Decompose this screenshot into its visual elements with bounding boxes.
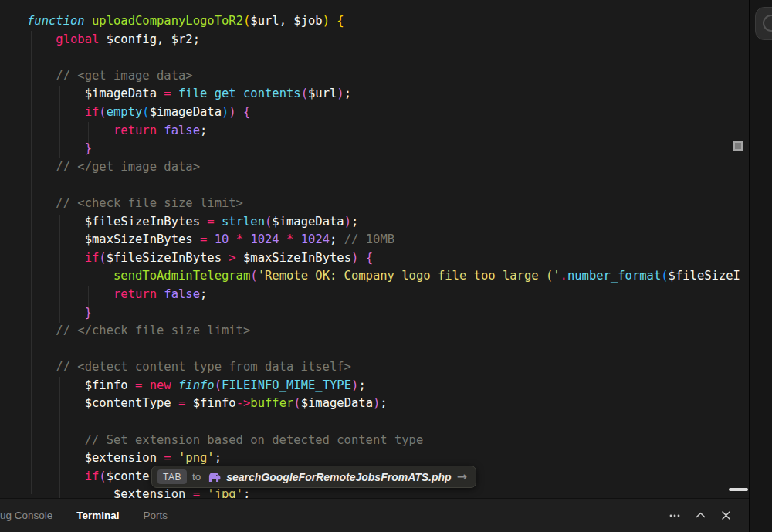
code-token: , — [157, 32, 171, 46]
code-token — [27, 251, 85, 265]
code-token — [171, 86, 178, 100]
tab-jump-hint[interactable]: TAB to searchGoogleForRemoteJobsFromATS.… — [151, 466, 476, 488]
code-area[interactable]: function uploadCompanyLogoToR2($url, $jo… — [0, 12, 749, 498]
more-actions-icon[interactable] — [669, 510, 681, 522]
code-token — [99, 32, 106, 46]
code-token — [229, 232, 235, 246]
code-token: $contentType — [85, 396, 171, 410]
code-line: return false; — [0, 122, 749, 141]
code-token — [27, 196, 56, 210]
code-token: finfo — [178, 378, 215, 392]
panel-tab-ug-console[interactable]: ug Console — [0, 510, 52, 521]
code-token: $url — [308, 86, 337, 100]
code-token: ) — [229, 105, 235, 119]
code-token — [358, 251, 365, 265]
code-token — [171, 451, 178, 465]
code-token — [27, 232, 85, 246]
code-token — [27, 451, 85, 465]
hint-target-file: searchGoogleForRemoteJobsFromATS.php — [226, 471, 451, 483]
code-token: $extension — [113, 487, 185, 498]
floating-widget-button[interactable] — [755, 7, 772, 40]
code-token: $finfo — [85, 378, 128, 392]
code-token: { — [337, 14, 344, 28]
code-token: if — [85, 105, 100, 119]
code-token: ( — [99, 105, 106, 119]
code-token — [27, 160, 56, 174]
code-token: = — [164, 86, 171, 100]
code-line: $contentType = $finfo->buffer($imageData… — [0, 395, 749, 413]
chevron-up-icon[interactable] — [695, 510, 706, 521]
tab-key-chip[interactable]: TAB — [157, 469, 187, 484]
panel-tabs: ug ConsoleTerminalPorts — [0, 510, 168, 521]
code-token: ; — [344, 86, 351, 100]
code-token: = — [178, 396, 185, 410]
code-line: if($fileSizeInBytes > $maxSizeInBytes) { — [0, 249, 749, 268]
code-token: ; — [200, 124, 207, 137]
code-token: return — [113, 287, 157, 301]
code-token — [215, 215, 222, 229]
code-line: $imageData = file_get_contents($url); — [0, 85, 749, 103]
code-token — [85, 14, 92, 28]
code-token: $conte — [107, 469, 150, 483]
code-line: function uploadCompanyLogoToR2($url, $jo… — [0, 12, 749, 31]
code-line: return false; — [0, 286, 749, 304]
code-token: if — [85, 251, 100, 265]
code-token: ; — [243, 487, 250, 498]
code-token: ( — [661, 269, 668, 283]
code-token: ; — [200, 287, 207, 301]
code-token: ( — [301, 86, 308, 100]
code-token — [157, 124, 164, 137]
code-token: strlen — [222, 215, 265, 229]
code-token — [157, 451, 164, 465]
code-token: if — [85, 469, 100, 483]
code-token — [243, 232, 250, 246]
code-token: { — [243, 105, 250, 119]
code-line: // <get image data> — [0, 67, 749, 86]
code-token — [27, 141, 85, 155]
code-token: global — [56, 32, 99, 46]
code-token: $finfo — [193, 396, 236, 410]
panel-tab-ports[interactable]: Ports — [144, 510, 168, 521]
code-token: $imageData — [85, 86, 157, 100]
code-token — [171, 378, 178, 392]
code-token: ) — [337, 86, 344, 100]
code-token — [128, 378, 135, 392]
arrow-right-icon: → — [457, 469, 467, 484]
code-token — [200, 487, 207, 498]
code-token — [27, 215, 85, 229]
code-token: ; — [330, 232, 344, 246]
code-line — [0, 176, 749, 195]
code-token — [27, 86, 85, 100]
code-token: $imageData — [301, 396, 373, 410]
code-token: 'jpg' — [207, 487, 243, 498]
code-line — [0, 341, 749, 359]
code-line: // Set extension based on detected conte… — [0, 432, 749, 450]
close-panel-icon[interactable] — [720, 510, 732, 521]
code-token — [27, 433, 85, 447]
code-token: // <get image data> — [56, 69, 192, 83]
code-token — [27, 69, 56, 83]
code-line: // <check file size limit> — [0, 195, 749, 213]
code-token: ) — [323, 14, 330, 28]
code-token: false — [164, 287, 200, 301]
code-token — [27, 396, 85, 410]
code-token: $maxSizeInBytes — [243, 251, 351, 265]
code-token: $maxSizeInBytes — [85, 232, 193, 246]
code-token — [27, 360, 56, 374]
horizontal-scrollbar-thumb[interactable] — [729, 488, 748, 491]
code-token: 'png' — [178, 451, 215, 465]
code-token: -> — [236, 396, 251, 410]
code-token — [193, 232, 200, 246]
code-token: ; — [193, 32, 200, 46]
panel-tab-terminal[interactable]: Terminal — [76, 510, 119, 521]
code-token: ; — [215, 451, 222, 465]
code-token — [27, 32, 56, 46]
code-token: , — [279, 14, 294, 28]
code-line: // </check file size limit> — [0, 322, 749, 341]
code-token — [157, 287, 164, 301]
code-line: $finfo = new finfo(FILEINFO_MIME_TYPE); — [0, 377, 749, 395]
code-token — [27, 287, 113, 301]
code-editor[interactable]: function uploadCompanyLogoToR2($url, $jo… — [0, 0, 749, 498]
code-token: $imageData — [272, 215, 344, 229]
code-token: ( — [265, 215, 272, 229]
